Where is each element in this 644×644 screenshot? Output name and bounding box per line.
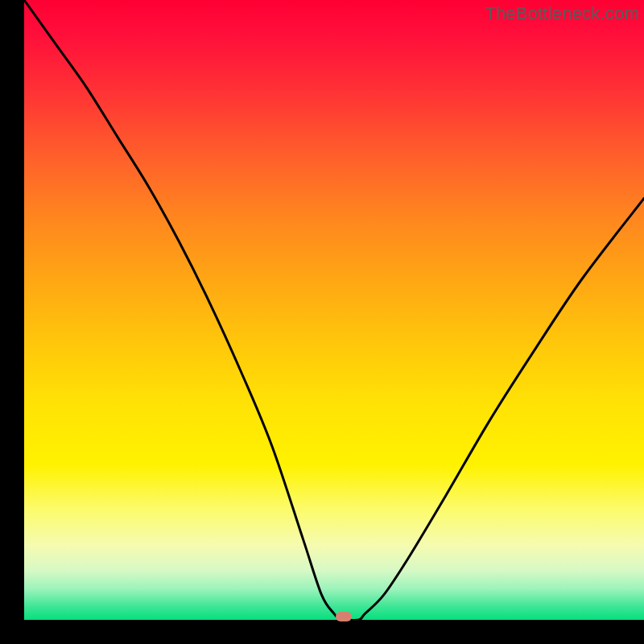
bottleneck-curve bbox=[24, 0, 644, 620]
chart-container: TheBottleneck.com bbox=[0, 0, 644, 644]
plot-area: TheBottleneck.com bbox=[24, 0, 644, 620]
minimum-marker bbox=[336, 612, 352, 621]
curve-layer bbox=[24, 0, 644, 620]
